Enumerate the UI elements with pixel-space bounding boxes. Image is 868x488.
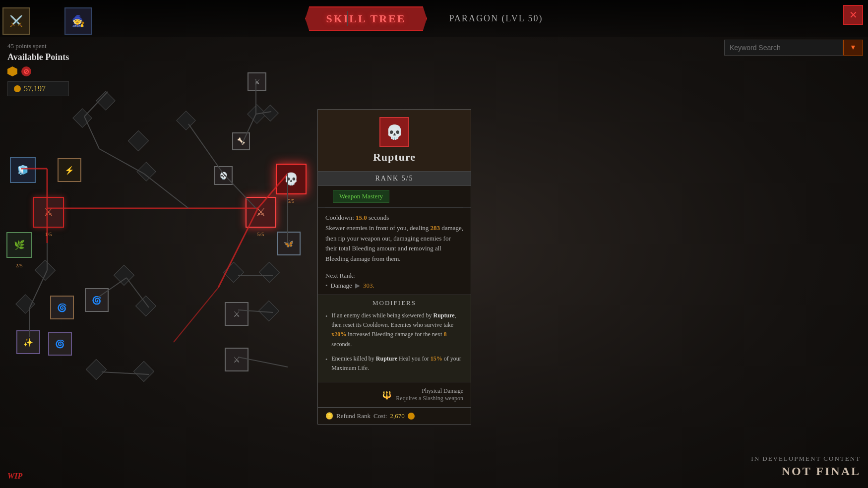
wip-label: WIP bbox=[7, 472, 22, 481]
points-icons: ⊘ bbox=[7, 66, 69, 76]
next-rank-bullet: • bbox=[325, 282, 328, 290]
skill-node-scatter3[interactable] bbox=[137, 163, 155, 180]
next-rank-item: • Damage ▶ 303. bbox=[325, 282, 463, 290]
tooltip-cooldown-value: 15.0 bbox=[356, 214, 367, 221]
tab-skill-tree[interactable]: SKILL TREE bbox=[305, 6, 427, 31]
skill-node-bottom7[interactable]: 🌀 bbox=[48, 331, 72, 356]
damage-type-icon: 🔱 bbox=[382, 390, 392, 400]
next-rank-section: Next Rank: • Damage ▶ 303. bbox=[318, 269, 471, 295]
tooltip-skill-name: Rupture bbox=[325, 151, 463, 164]
tooltip-skill-icon: 💀 bbox=[379, 117, 409, 147]
skill-node-left-top[interactable] bbox=[97, 92, 114, 109]
close-button[interactable]: ✕ bbox=[843, 5, 863, 25]
skill-node-skull[interactable]: 💀 bbox=[213, 166, 233, 185]
skill-node-right-bottom3[interactable]: ⚔ bbox=[224, 347, 249, 372]
refund-section[interactable]: 🪙 Refund Rank Cost: 2,670 bbox=[318, 407, 471, 424]
skill-node-far-bottom2[interactable] bbox=[134, 362, 153, 381]
tab-paragon[interactable]: PARAGON (LVL 50) bbox=[430, 8, 563, 29]
tooltip-header: 💀 Rupture bbox=[318, 110, 471, 172]
skill-node-bottom4[interactable] bbox=[115, 266, 133, 285]
keyword-search-input[interactable] bbox=[724, 40, 843, 56]
refund-cost-value: 2,670 bbox=[390, 412, 404, 420]
wip-final-text: NOT FINAL bbox=[751, 465, 861, 478]
skill-node-scatter1[interactable] bbox=[129, 131, 148, 150]
keyword-search-container: ▼ bbox=[724, 40, 863, 56]
next-rank-arrow: ▶ bbox=[355, 282, 360, 290]
character-icon-1[interactable]: ⚔️ bbox=[2, 7, 30, 35]
skill-node-char2[interactable]: ⚡ bbox=[57, 158, 82, 183]
character-icon-2[interactable]: 🧙 bbox=[64, 7, 92, 35]
no-points-icon: ⊘ bbox=[21, 66, 31, 76]
skill-node-bottom6[interactable]: ✨ bbox=[16, 330, 41, 355]
skill-node-right-mid2[interactable] bbox=[224, 263, 243, 282]
keyword-search-dropdown-button[interactable]: ▼ bbox=[843, 40, 863, 56]
modifier-1-bullet: • bbox=[325, 312, 327, 349]
skill-node-bottom8[interactable] bbox=[136, 297, 155, 315]
skill-node-bottom2[interactable]: 🌀 bbox=[50, 295, 74, 320]
wip-dev-text: IN DEVELOPMENT CONTENT bbox=[751, 455, 861, 463]
skill-node-branch1[interactable]: 🦴 bbox=[231, 131, 251, 151]
skill-tooltip-panel: 💀 Rupture RANK 5/5 Weapon Mastery Cooldo… bbox=[317, 109, 471, 425]
skill-node-far-bottom1[interactable] bbox=[87, 360, 106, 379]
refund-cost-label: Cost: bbox=[373, 412, 387, 420]
modifier-2-bullet: • bbox=[325, 355, 327, 373]
tooltip-description: Cooldown: 15.0 seconds Skewer enemies in… bbox=[318, 207, 471, 269]
refund-label: Refund Rank bbox=[336, 412, 371, 420]
available-points-label: Available Points bbox=[7, 52, 69, 62]
tooltip-weapon-mastery-badge: Weapon Mastery bbox=[333, 190, 389, 203]
modifier-1-text: If an enemy dies while being skewered by… bbox=[331, 311, 463, 349]
modifier-item-1: • If an enemy dies while being skewered … bbox=[325, 311, 463, 349]
tab-divider bbox=[347, 11, 348, 26]
skill-node-right-mid3[interactable] bbox=[260, 263, 279, 282]
skill-node-right-mid[interactable]: 🦋 bbox=[276, 231, 301, 256]
gold-value: 57,197 bbox=[24, 84, 46, 93]
modifiers-section: MODIFIERS • If an enemy dies while being… bbox=[318, 295, 471, 382]
weapon-requirement: Requires a Slashing weapon bbox=[396, 395, 463, 402]
skill-node-bottom5[interactable]: 🌀 bbox=[84, 288, 109, 312]
damage-type-section: 🔱 Physical Damage Requires a Slashing we… bbox=[318, 382, 471, 407]
modifier-item-2: • Enemies killed by Rupture Heal you for… bbox=[325, 354, 463, 373]
skill-node-right-bottom1[interactable]: ⚔ bbox=[224, 302, 249, 326]
tooltip-rank-bar: RANK 5/5 bbox=[318, 172, 471, 186]
damage-type-info: Physical Damage Requires a Slashing weap… bbox=[396, 387, 463, 402]
refund-gold-coin bbox=[408, 413, 415, 420]
next-rank-label: Next Rank: bbox=[325, 272, 463, 280]
next-rank-damage-label: Damage bbox=[331, 282, 352, 290]
skill-node-small1[interactable] bbox=[263, 106, 278, 121]
gold-point-icon bbox=[7, 66, 17, 76]
points-spent-label: 45 points spent bbox=[7, 42, 69, 50]
skill-node-bottom1[interactable] bbox=[36, 261, 55, 280]
damage-type-label: Physical Damage bbox=[396, 387, 463, 395]
tooltip-cooldown-label: Cooldown: bbox=[325, 214, 354, 221]
modifier-2-text: Enemies killed by Rupture Heal you for 1… bbox=[331, 354, 463, 373]
skill-node-top1[interactable]: ⚔ bbox=[247, 72, 267, 92]
skill-node-char1[interactable]: 🧊 bbox=[9, 156, 36, 183]
tooltip-damage-value: 283 bbox=[431, 224, 440, 232]
top-navigation: SKILL TREE PARAGON (LVL 50) bbox=[0, 0, 868, 37]
tooltip-cooldown-unit: seconds bbox=[369, 214, 389, 221]
skill-node-bottom3[interactable] bbox=[16, 295, 34, 312]
skill-node-right-bottom2[interactable] bbox=[259, 302, 278, 320]
gold-amount-display: 57,197 bbox=[7, 81, 69, 96]
skill-node-main-right[interactable]: ⚔ 5/5 bbox=[245, 196, 277, 228]
skill-node-scatter2[interactable] bbox=[177, 112, 194, 129]
points-info-panel: 45 points spent Available Points ⊘ 57,19… bbox=[7, 42, 69, 96]
gold-coin-icon bbox=[14, 85, 21, 92]
skill-node-char3[interactable]: 🌿 2/5 bbox=[5, 231, 33, 258]
modifiers-header: MODIFIERS bbox=[325, 299, 463, 307]
tooltip-desc-before: Skewer enemies in front of you, dealing bbox=[325, 224, 431, 232]
skill-node-rupture[interactable]: 💀 5/5 bbox=[275, 163, 307, 195]
skill-node-left-mid[interactable] bbox=[73, 109, 91, 126]
next-rank-damage-value: 303. bbox=[363, 282, 374, 290]
refund-icon: 🪙 bbox=[325, 412, 333, 420]
wip-notice: IN DEVELOPMENT CONTENT NOT FINAL bbox=[751, 455, 861, 478]
skill-node-main-left[interactable]: ⚔ 1/5 bbox=[32, 196, 64, 228]
